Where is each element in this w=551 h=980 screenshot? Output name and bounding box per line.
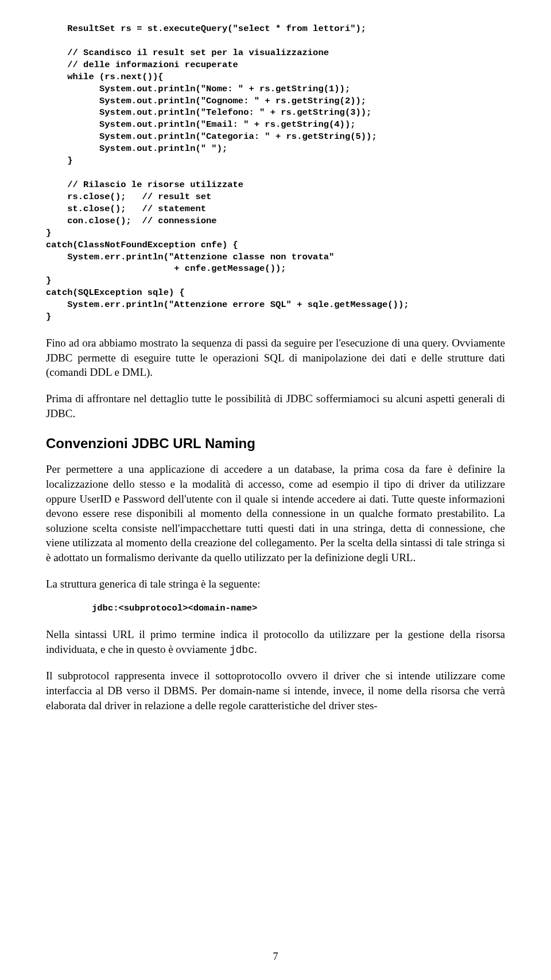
paragraph-general-aspects: Prima di affrontare nel dettaglio tutte … xyxy=(46,391,505,421)
text-span: . xyxy=(254,643,257,655)
paragraph-query-intro: Fino ad ora abbiamo mostrato la sequenza… xyxy=(46,336,505,380)
text-span: Nella sintassi URL il primo termine indi… xyxy=(46,628,505,655)
code-block-main: ResultSet rs = st.executeQuery("select *… xyxy=(46,23,505,323)
code-block-url: jdbc:<subprotocol><domain-name> xyxy=(92,602,505,615)
paragraph-syntax-first-term: Nella sintassi URL il primo termine indi… xyxy=(46,627,505,657)
heading-convenzioni: Convenzioni JDBC URL Naming xyxy=(46,435,505,452)
document-page: ResultSet rs = st.executeQuery("select *… xyxy=(0,0,551,980)
page-number: 7 xyxy=(0,951,551,963)
paragraph-subprotocol: Il subprotocol rappresenta invece il sot… xyxy=(46,668,505,713)
inline-code-jdbc: jdbc xyxy=(230,644,254,656)
paragraph-structure-intro: La struttura generica di tale stringa è … xyxy=(46,577,505,592)
paragraph-url-naming: Per permettere a una applicazione di acc… xyxy=(46,462,505,565)
